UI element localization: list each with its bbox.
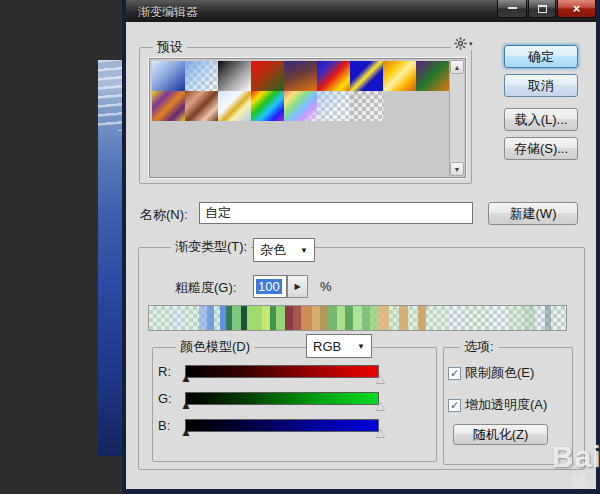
load-button[interactable]: 载入(L)... (504, 108, 578, 131)
presets-groupbox: ▲ ▼ (139, 47, 472, 184)
cancel-button-label: 取消 (528, 77, 554, 95)
channel-row: B: ▲ △ (158, 417, 390, 444)
preset-tile-gradient (152, 61, 185, 91)
scroll-down-icon: ▼ (454, 166, 461, 173)
channel-gradient-bar (185, 419, 379, 432)
preset-tile[interactable] (251, 61, 284, 91)
randomize-button[interactable]: 随机化(Z) (453, 424, 548, 445)
restrict-colors-option[interactable]: ✓ 限制颜色(E) (448, 364, 534, 382)
preset-tile-gradient (383, 61, 416, 91)
gradient-type-dropdown[interactable]: 杂色 ▼ (253, 238, 315, 262)
new-button[interactable]: 新建(W) (488, 202, 578, 225)
restrict-colors-checkbox[interactable]: ✓ (448, 367, 461, 380)
minimize-icon (508, 6, 517, 9)
preset-tile[interactable] (251, 91, 284, 121)
preset-tile[interactable] (284, 61, 317, 91)
preset-tile[interactable] (317, 61, 350, 91)
preset-tile[interactable] (152, 61, 185, 91)
preset-tile-gradient (284, 91, 317, 121)
slider-handle-left-icon[interactable]: ▲ (180, 426, 192, 438)
minimize-button[interactable] (497, 0, 527, 18)
color-model-dropdown[interactable]: RGB ▼ (306, 334, 372, 358)
preset-tile-gradient (218, 61, 251, 91)
randomize-button-label: 随机化(Z) (473, 426, 529, 444)
preset-listbox[interactable]: ▲ ▼ (149, 58, 466, 178)
watermark-sub: 经 (572, 472, 588, 493)
load-button-label: 载入(L)... (515, 111, 568, 129)
preset-tile[interactable] (185, 91, 218, 121)
spinner-arrow-icon: ▶ (294, 282, 300, 291)
preset-menu-button[interactable]: ▾ (451, 37, 476, 50)
add-transparency-option[interactable]: ✓ 增加透明度(A) (448, 396, 547, 414)
preset-tile[interactable] (350, 61, 383, 91)
channel-sliders: R: ▲ △ G: ▲ △ B: (158, 363, 390, 444)
slider-handle-right-icon[interactable]: △ (376, 426, 385, 438)
dialog-body: ▲ ▼ 预设 ▾ 确定 取消 载入(L)... 存储(S)... (126, 22, 596, 489)
close-button[interactable]: × (557, 0, 596, 18)
channel-gradient-bar (185, 392, 379, 405)
slider-handle-right-icon[interactable]: △ (376, 372, 385, 384)
preset-tile[interactable] (185, 61, 218, 91)
preset-tile[interactable] (284, 91, 317, 121)
preset-tile[interactable] (350, 91, 383, 121)
preset-tile-gradient (185, 91, 218, 121)
name-input-value: 自定 (205, 204, 231, 222)
cancel-button[interactable]: 取消 (504, 74, 578, 97)
dropdown-arrow-icon: ▼ (300, 246, 308, 255)
name-label: 名称(N): (140, 206, 188, 224)
window-title: 渐变编辑器 (138, 4, 198, 21)
roughness-value: 100 (256, 279, 282, 294)
gradient-preview-strip (148, 305, 567, 331)
slider-handle-left-icon[interactable]: ▲ (180, 399, 192, 411)
preset-tile-gradient (317, 61, 350, 91)
preset-tile[interactable] (317, 91, 350, 121)
save-button-label: 存储(S)... (514, 140, 568, 158)
gear-icon (454, 37, 467, 50)
title-bar[interactable]: 渐变编辑器 × (126, 0, 596, 22)
gradient-type-value: 杂色 (260, 241, 286, 259)
add-transparency-label: 增加透明度(A) (465, 396, 547, 414)
gear-menu-arrow-icon: ▾ (469, 40, 473, 48)
maximize-icon (538, 5, 547, 13)
preset-tile[interactable] (383, 61, 416, 91)
channel-slider[interactable]: ▲ △ (185, 365, 379, 378)
preset-tile-gradient (350, 91, 383, 121)
scroll-up-button[interactable]: ▲ (450, 60, 464, 74)
channel-row: R: ▲ △ (158, 363, 390, 390)
channel-slider[interactable]: ▲ △ (185, 419, 379, 432)
noise-gradient (149, 306, 566, 330)
roughness-slider-button[interactable]: ▶ (287, 275, 308, 298)
roughness-input[interactable]: 100 (253, 275, 287, 298)
scroll-down-button[interactable]: ▼ (450, 162, 464, 176)
percent-label: % (320, 279, 332, 294)
preset-tile-gradient (317, 91, 350, 121)
channel-slider[interactable]: ▲ △ (185, 392, 379, 405)
gradient-editor-dialog: 渐变编辑器 × (122, 0, 600, 494)
preset-tile[interactable] (416, 61, 449, 91)
ok-button[interactable]: 确定 (504, 45, 578, 68)
preset-scrollbar[interactable]: ▲ ▼ (449, 60, 464, 176)
photo-clouds (98, 60, 122, 131)
name-input[interactable]: 自定 (199, 202, 473, 224)
channel-gradient-bar (185, 365, 379, 378)
preset-tile[interactable] (218, 61, 251, 91)
add-transparency-checkbox[interactable]: ✓ (448, 399, 461, 412)
slider-handle-left-icon[interactable]: ▲ (180, 372, 192, 384)
presets-legend: 预设 (153, 39, 187, 55)
preset-tile[interactable] (218, 91, 251, 121)
close-icon: × (573, 2, 581, 15)
slider-handle-right-icon[interactable]: △ (376, 399, 385, 411)
check-icon: ✓ (450, 368, 459, 379)
preset-tile-gradient (350, 61, 383, 91)
roughness-label: 粗糙度(G): (175, 279, 236, 297)
new-button-label: 新建(W) (510, 205, 557, 223)
preset-tile[interactable] (152, 91, 185, 121)
maximize-button[interactable] (528, 0, 556, 18)
preset-tile-gradient (152, 91, 185, 121)
gradient-type-label: 渐变类型(T): (171, 239, 251, 255)
channel-row: G: ▲ △ (158, 390, 390, 417)
preset-tile-gradient (284, 61, 317, 91)
save-button[interactable]: 存储(S)... (504, 137, 578, 160)
dropdown-arrow-icon: ▼ (357, 342, 365, 351)
preset-tile-gradient (416, 61, 449, 91)
